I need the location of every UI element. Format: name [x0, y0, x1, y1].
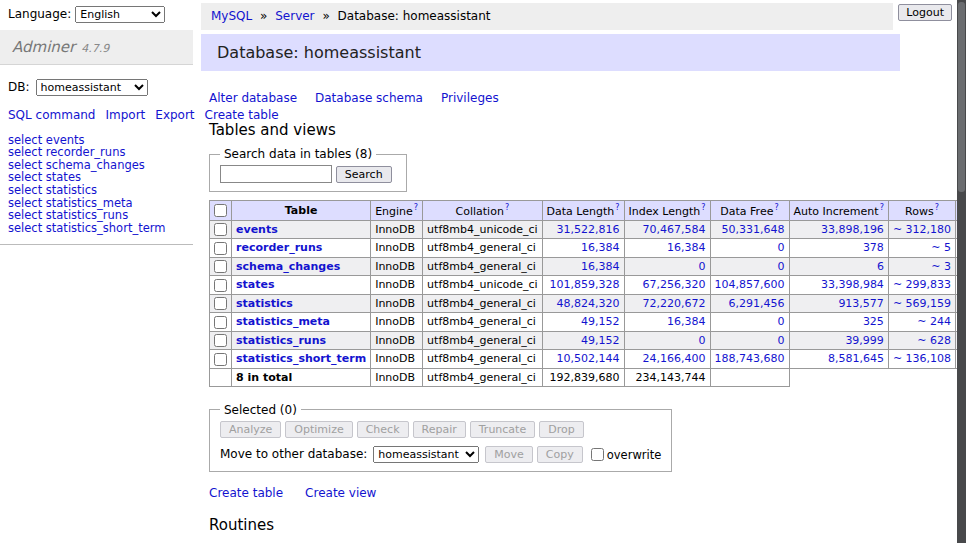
help-icon[interactable]: ? [774, 203, 778, 212]
table-link-schema_changes[interactable]: schema_changes [236, 260, 340, 273]
repair-button[interactable]: Repair [413, 421, 466, 438]
data_length-link-statistics_runs[interactable]: 49,152 [581, 334, 620, 347]
rows-link-schema_changes[interactable]: ~ 3 [931, 260, 951, 273]
scrollbar-thumb[interactable] [958, 2, 965, 192]
index_length-link-statistics_short_term[interactable]: 24,166,400 [643, 352, 706, 365]
help-icon[interactable]: ? [615, 203, 619, 212]
move-button[interactable]: Move [485, 446, 533, 463]
breadcrumb-mysql[interactable]: MySQL [211, 9, 252, 23]
data_free-link-statistics_runs[interactable]: 0 [778, 334, 785, 347]
app-name[interactable]: Adminer [12, 38, 75, 56]
auto_increment-link-events[interactable]: 33,898,196 [821, 223, 884, 236]
table-link-events[interactable]: events [236, 223, 278, 236]
data_length-link-events[interactable]: 31,522,816 [557, 223, 620, 236]
sidebar-link-select-statistics[interactable]: select statistics [8, 184, 193, 197]
data_length-link-statistics_short_term[interactable]: 10,502,144 [557, 352, 620, 365]
index_length-link-schema_changes[interactable]: 0 [699, 260, 706, 273]
checkbox-states[interactable] [214, 279, 227, 292]
rows-link-states[interactable]: ~ 299,833 [893, 278, 951, 291]
help-icon[interactable]: ? [935, 203, 939, 212]
checkbox-statistics[interactable] [214, 297, 227, 310]
data_length-link-statistics[interactable]: 48,824,320 [557, 297, 620, 310]
auto_increment-link-states[interactable]: 33,398,984 [821, 278, 884, 291]
index_length-link-events[interactable]: 70,467,584 [643, 223, 706, 236]
drop-button[interactable]: Drop [539, 421, 583, 438]
sidebar-link-select-statistics-runs[interactable]: select statistics_runs [8, 209, 193, 222]
auto_increment-link-statistics[interactable]: 913,577 [838, 297, 884, 310]
auto_increment-link-statistics_meta[interactable]: 325 [863, 315, 884, 328]
rows-link-statistics_meta[interactable]: ~ 244 [917, 315, 951, 328]
overwrite-checkbox[interactable] [591, 448, 604, 461]
data_free-link-statistics_meta[interactable]: 0 [778, 315, 785, 328]
auto_increment-link-statistics_short_term[interactable]: 8,581,645 [828, 352, 884, 365]
help-icon[interactable]: ? [505, 203, 509, 212]
data_length-link-recorder_runs[interactable]: 16,384 [581, 241, 620, 254]
table-link-statistics_meta[interactable]: statistics_meta [236, 315, 330, 328]
link-database-schema[interactable]: Database schema [315, 91, 423, 105]
analyze-button[interactable]: Analyze [220, 421, 281, 438]
rows-link-recorder_runs[interactable]: ~ 5 [931, 241, 951, 254]
action-link-import[interactable]: Import [105, 108, 145, 122]
move-db-select[interactable]: homeassistant [373, 446, 479, 463]
search-button[interactable]: Search [336, 166, 392, 183]
checkbox-statistics_runs[interactable] [214, 334, 227, 347]
search-input[interactable] [220, 165, 332, 183]
rows-link-statistics[interactable]: ~ 569,159 [893, 297, 951, 310]
checkbox-events[interactable] [214, 223, 227, 236]
table-link-statistics_short_term[interactable]: statistics_short_term [236, 352, 366, 365]
truncate-button[interactable]: Truncate [470, 421, 535, 438]
sidebar-link-select-statistics-short-term[interactable]: select statistics_short_term [8, 222, 193, 235]
breadcrumb-server[interactable]: Server [275, 9, 314, 23]
link-create-table[interactable]: Create table [209, 486, 283, 500]
link-alter-database[interactable]: Alter database [209, 91, 297, 105]
auto_increment-link-schema_changes[interactable]: 6 [877, 260, 884, 273]
data_free-link-statistics_short_term[interactable]: 188,743,680 [715, 352, 785, 365]
checkbox-recorder_runs[interactable] [214, 242, 227, 255]
breadcrumb: MySQL » Server » Database: homeassistant [201, 3, 893, 30]
checkbox-statistics_meta[interactable] [214, 316, 227, 329]
action-link-export[interactable]: Export [155, 108, 194, 122]
rows-link-events[interactable]: ~ 312,180 [893, 223, 951, 236]
checkbox-schema_changes[interactable] [214, 260, 227, 273]
select-all-checkbox[interactable] [214, 204, 227, 217]
scrollbar[interactable] [957, 0, 966, 543]
auto_increment-link-recorder_runs[interactable]: 378 [863, 241, 884, 254]
link-create-view[interactable]: Create view [305, 486, 376, 500]
data_length-link-statistics_meta[interactable]: 49,152 [581, 315, 620, 328]
data_free-link-statistics[interactable]: 6,291,456 [729, 297, 785, 310]
index_length-link-statistics[interactable]: 72,220,672 [643, 297, 706, 310]
index_length-link-recorder_runs[interactable]: 16,384 [667, 241, 706, 254]
data_free-link-recorder_runs[interactable]: 0 [778, 241, 785, 254]
language-select[interactable]: English [75, 6, 165, 23]
sidebar-link-select-recorder-runs[interactable]: select recorder_runs [8, 146, 193, 159]
link-privileges[interactable]: Privileges [441, 91, 499, 105]
optimize-button[interactable]: Optimize [285, 421, 352, 438]
check-button[interactable]: Check [357, 421, 409, 438]
copy-button[interactable]: Copy [537, 446, 583, 463]
help-icon[interactable]: ? [701, 203, 705, 212]
checkbox-statistics_short_term[interactable] [214, 353, 227, 366]
data_free-link-schema_changes[interactable]: 0 [778, 260, 785, 273]
cell-collation: utf8mb4_general_ci [423, 239, 542, 258]
help-icon[interactable]: ? [414, 203, 418, 212]
cell-rows: ~ 136,108 [888, 350, 955, 369]
data_free-link-events[interactable]: 50,331,648 [722, 223, 785, 236]
rows-link-statistics_runs[interactable]: ~ 628 [917, 334, 951, 347]
table-link-statistics_runs[interactable]: statistics_runs [236, 334, 326, 347]
rows-link-statistics_short_term[interactable]: ~ 136,108 [893, 352, 951, 365]
logout-button[interactable]: Logout [898, 4, 952, 21]
data_length-link-schema_changes[interactable]: 16,384 [581, 260, 620, 273]
table-link-recorder_runs[interactable]: recorder_runs [236, 241, 322, 254]
cell-auto_increment: 33,898,196 [789, 220, 888, 239]
table-link-states[interactable]: states [236, 278, 275, 291]
table-link-statistics[interactable]: statistics [236, 297, 293, 310]
data_free-link-states[interactable]: 104,857,600 [715, 278, 785, 291]
auto_increment-link-statistics_runs[interactable]: 39,999 [845, 334, 884, 347]
db-select[interactable]: homeassistant [36, 79, 148, 96]
index_length-link-statistics_meta[interactable]: 16,384 [667, 315, 706, 328]
action-link-sql-command[interactable]: SQL command [8, 108, 95, 122]
data_length-link-states[interactable]: 101,859,328 [550, 278, 620, 291]
help-icon[interactable]: ? [880, 203, 884, 212]
index_length-link-statistics_runs[interactable]: 0 [699, 334, 706, 347]
index_length-link-states[interactable]: 67,256,320 [643, 278, 706, 291]
